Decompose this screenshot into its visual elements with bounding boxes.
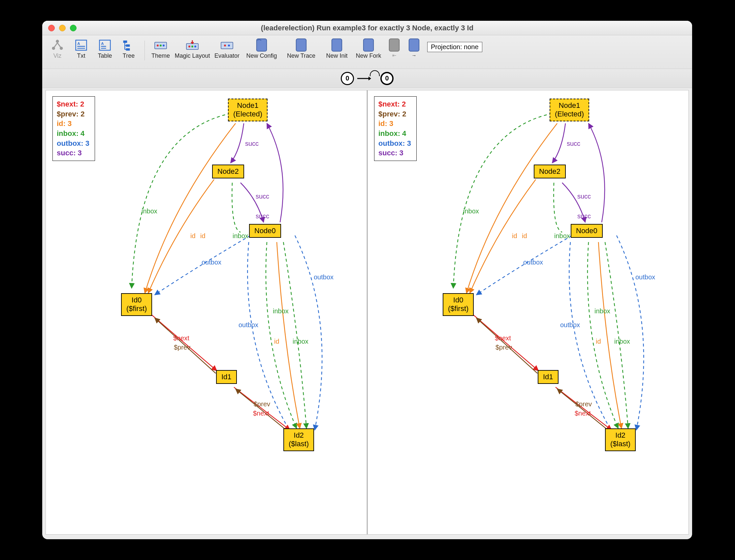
svg-point-19 — [188, 46, 190, 47]
legend-outbox: outbox: 3 — [57, 139, 89, 148]
tab-label: Table — [98, 52, 112, 59]
evaluator-button[interactable]: Evaluator — [212, 37, 242, 59]
node-label: Id0 — [132, 296, 142, 304]
svg-rect-22 — [221, 42, 233, 49]
node-label: Node1 — [559, 101, 580, 109]
scroll-grey-icon — [388, 39, 401, 52]
svg-rect-13 — [126, 48, 130, 50]
nav-first-button[interactable]: ⇤ — [384, 37, 404, 59]
svg-text:A: A — [77, 41, 80, 46]
tab-label: New Trace — [287, 52, 315, 59]
magic-layout-icon — [186, 39, 199, 52]
theme-icon — [154, 39, 167, 52]
legend-inbox: inbox: 4 — [57, 129, 89, 139]
svg-rect-12 — [126, 45, 130, 47]
edge-label: inbox — [142, 207, 157, 215]
graph-node-node1[interactable]: Node1 (Elected) — [228, 99, 268, 121]
graph-node-id0[interactable]: Id0 ($first) — [443, 293, 474, 316]
edge-label: id — [200, 232, 206, 240]
legend-outbox: outbox: 3 — [378, 139, 411, 148]
new-config-button[interactable]: New Config — [242, 37, 281, 59]
legend-inbox: inbox: 4 — [378, 129, 411, 139]
svg-marker-26 — [368, 77, 371, 80]
edge-label: outbox — [314, 273, 334, 281]
graph-node-id1[interactable]: Id1 — [538, 370, 559, 384]
graph-pane-right[interactable]: $next: 2 $prev: 2 id: 3 inbox: 4 outbox:… — [367, 90, 688, 534]
edge-label: inbox — [463, 207, 479, 215]
tab-table[interactable]: A Table — [93, 37, 117, 59]
scroll-icon — [407, 39, 421, 52]
tree-icon — [122, 39, 135, 52]
edge-label: id — [512, 232, 517, 240]
graph-node-node1[interactable]: Node1 (Elected) — [550, 99, 589, 121]
node-label: Id1 — [221, 373, 232, 381]
edge-label: id — [190, 232, 196, 240]
nav-next-button[interactable]: → — [404, 37, 424, 59]
state-0[interactable]: 0 — [341, 72, 354, 85]
tab-label: New Fork — [356, 52, 381, 59]
graph-node-node0[interactable]: Node0 — [249, 224, 281, 238]
minimize-icon[interactable] — [59, 25, 66, 31]
table-icon: A — [98, 39, 112, 52]
node-label: Node2 — [217, 167, 239, 175]
arrow-icon — [357, 76, 371, 81]
titlebar: (leaderelection) Run example3 for exactl… — [42, 21, 692, 35]
tab-label: Evaluator — [214, 52, 240, 59]
edge-label: $next — [495, 334, 511, 342]
tab-label: → — [412, 52, 417, 58]
edge-label: $next — [575, 410, 591, 417]
scroll-icon — [255, 39, 268, 52]
node-sublabel: (Elected) — [233, 110, 262, 118]
graph-node-id2[interactable]: Id2 ($last) — [605, 428, 636, 451]
theme-button[interactable]: Theme — [149, 37, 173, 59]
zoom-icon[interactable] — [70, 25, 77, 31]
svg-point-23 — [224, 45, 226, 47]
tab-label: Magic Layout — [175, 52, 210, 59]
scroll-icon — [295, 39, 308, 52]
svg-point-21 — [194, 46, 196, 47]
svg-point-24 — [228, 45, 230, 47]
scroll-icon — [330, 39, 343, 52]
new-fork-button[interactable]: New Fork — [353, 37, 384, 59]
edge-label: $prev — [254, 400, 270, 408]
svg-rect-11 — [123, 41, 127, 43]
magic-layout-button[interactable]: Magic Layout — [173, 37, 212, 59]
graph-node-id2[interactable]: Id2 ($last) — [283, 428, 314, 451]
tab-viz[interactable]: Viz — [46, 37, 69, 59]
graph-pane-left[interactable]: $next: 2 $prev: 2 id: 3 inbox: 4 outbox:… — [46, 90, 367, 534]
tab-label: Txt — [77, 52, 85, 59]
legend-prev: $prev: 2 — [57, 109, 89, 119]
projection-select[interactable]: Projection: none — [427, 42, 482, 52]
legend-next: $next: 2 — [57, 99, 89, 109]
close-icon[interactable] — [48, 25, 55, 31]
edge-label: $prev — [495, 344, 512, 351]
edge-label: inbox — [594, 307, 610, 315]
scroll-icon — [362, 39, 375, 52]
edge-label: succ — [256, 193, 269, 200]
graph-node-node2[interactable]: Node2 — [534, 165, 566, 178]
svg-text:A: A — [101, 41, 104, 46]
edge-label: inbox — [293, 338, 308, 345]
edge-label: id — [522, 232, 527, 240]
node-sublabel: ($last) — [289, 440, 309, 448]
new-trace-button[interactable]: New Trace — [281, 37, 321, 59]
edge-label: $next — [173, 334, 189, 342]
state-1[interactable]: 0 — [380, 72, 394, 85]
tab-tree[interactable]: Tree — [117, 37, 141, 59]
svg-point-15 — [157, 45, 159, 47]
tab-txt[interactable]: A Txt — [69, 37, 93, 59]
node-sublabel: ($first) — [126, 304, 147, 313]
graph-viewport: $next: 2 $prev: 2 id: 3 inbox: 4 outbox:… — [46, 90, 689, 535]
graph-node-id1[interactable]: Id1 — [216, 370, 237, 384]
trace-bar: 0 0 — [42, 69, 692, 88]
graph-node-id0[interactable]: Id0 ($first) — [121, 293, 152, 316]
edge-label: outbox — [239, 321, 258, 329]
graph-node-node0[interactable]: Node0 — [571, 224, 603, 238]
graph-node-node2[interactable]: Node2 — [212, 165, 244, 178]
edge-label: $prev — [575, 400, 592, 408]
txt-icon: A — [75, 39, 88, 52]
new-init-button[interactable]: New Init — [321, 37, 353, 59]
legend-next: $next: 2 — [378, 99, 411, 109]
node-sublabel: (Elected) — [555, 110, 584, 118]
traffic-lights — [42, 25, 77, 31]
